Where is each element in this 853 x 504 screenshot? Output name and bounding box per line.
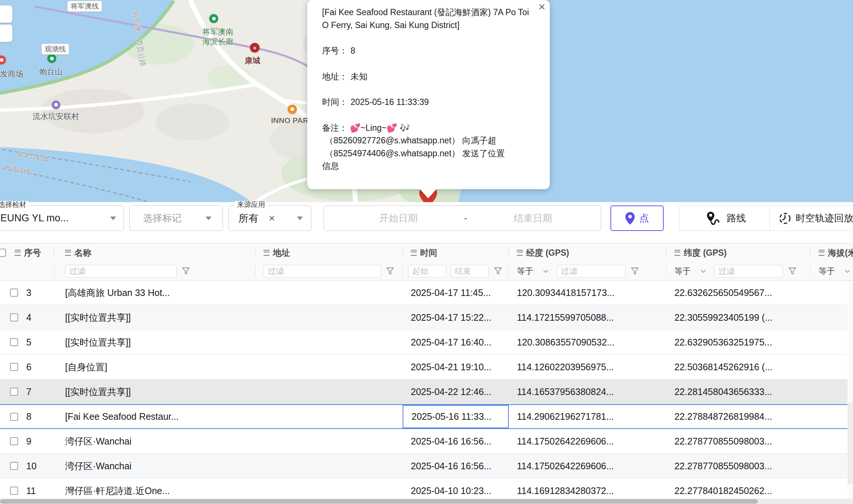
- funnel-icon[interactable]: [788, 267, 796, 275]
- header-name[interactable]: 名称: [54, 244, 255, 262]
- longitude-filter-input[interactable]: [557, 265, 626, 277]
- cell-longitude: 114.16537956380824...: [509, 379, 666, 404]
- cell-latitude: 22.278770855098003...: [666, 429, 810, 453]
- table-row[interactable]: 3 [高雄商旅 Urban 33 Hot... 2025-04-17 11:45…: [0, 280, 853, 305]
- table-row[interactable]: 7 [[实时位置共享]] 2025-04-22 12:46... 114.165…: [0, 379, 853, 404]
- header-seq[interactable]: 序号: [0, 244, 54, 262]
- latitude-filter-input[interactable]: [714, 265, 783, 277]
- date-range-picker[interactable]: -: [324, 205, 601, 231]
- cell-altitude: [810, 379, 853, 404]
- funnel-icon[interactable]: [631, 267, 639, 275]
- equals-operator[interactable]: 等于: [819, 266, 835, 277]
- table-row[interactable]: 9 湾仔区·Wanchai 2025-04-16 16:56... 114.17…: [0, 429, 853, 454]
- chevron-down-icon[interactable]: [543, 269, 549, 273]
- column-menu-icon[interactable]: [819, 250, 825, 256]
- column-menu-icon[interactable]: [674, 250, 680, 256]
- cell-altitude: [810, 454, 853, 478]
- row-checkbox[interactable]: [10, 289, 18, 297]
- cell-time: 2025-04-16 16:56...: [403, 454, 509, 478]
- source-app-select[interactable]: 来源应用 所有 ×: [229, 205, 311, 231]
- header-address[interactable]: 地址: [255, 244, 403, 262]
- table-row[interactable]: 8 [Fai Kee Seafood Restaur... 2025-05-16…: [0, 404, 853, 429]
- table-row[interactable]: 5 [[实时位置共享]] 2025-04-17 16:40... 120.308…: [0, 330, 853, 355]
- table-row[interactable]: 6 [自身位置] 2025-04-21 19:10... 114.1260220…: [0, 355, 853, 379]
- header-latitude[interactable]: 纬度 (GPS): [666, 244, 810, 262]
- select-all-checkbox[interactable]: [0, 249, 6, 257]
- row-seq: 5: [26, 337, 31, 348]
- clear-icon[interactable]: ×: [269, 212, 275, 224]
- heart-emoji: 💕: [350, 123, 361, 133]
- route-mode-button[interactable]: 路线: [679, 205, 772, 231]
- header-altitude[interactable]: 海拔(米): [810, 244, 853, 262]
- address-filter-input[interactable]: [264, 265, 381, 277]
- cell-address: [255, 280, 403, 305]
- row-checkbox[interactable]: [10, 413, 18, 421]
- column-menu-icon[interactable]: [517, 250, 523, 256]
- funnel-icon[interactable]: [494, 267, 502, 275]
- map-info-popup: × [Fai Kee Seafood Restaurant (發記海鮮酒家) 7…: [307, 0, 550, 189]
- row-checkbox[interactable]: [10, 363, 18, 371]
- name-filter-input[interactable]: [65, 265, 177, 277]
- popup-tail: [420, 189, 437, 198]
- cell-name: [[实时位置共享]]: [54, 305, 255, 330]
- end-date-input[interactable]: [467, 212, 599, 225]
- row-seq: 8: [26, 411, 31, 422]
- table-row[interactable]: 4 [[实时位置共享]] 2025-04-17 15:22... 114.172…: [0, 305, 853, 330]
- horizontal-scrollbar-thumb[interactable]: [0, 499, 758, 504]
- marker-select[interactable]: 选择标记: [129, 205, 223, 231]
- source-app-value: 所有: [238, 212, 258, 225]
- spacetime-playback-button[interactable]: 时空轨迹回放: [769, 205, 853, 231]
- chevron-down-icon[interactable]: [700, 269, 706, 273]
- point-mode-button[interactable]: 点: [610, 205, 664, 231]
- music-notes-emoji: 🎶: [397, 123, 410, 133]
- map-label-place: 炮台山: [39, 67, 62, 77]
- row-seq: 10: [26, 461, 37, 471]
- map-label-park: 将军澳南: [202, 27, 233, 37]
- header-time[interactable]: 时间: [403, 244, 509, 262]
- cell-latitude: 22.632905363251975...: [666, 330, 810, 354]
- cell-name: [Fai Kee Seafood Restaur...: [54, 405, 255, 428]
- cell-altitude: [810, 405, 853, 428]
- row-seq: 6: [26, 362, 31, 372]
- chevron-down-icon[interactable]: [844, 269, 850, 273]
- popup-field-seq: 序号：8: [322, 44, 536, 57]
- vertical-scrollbar-thumb[interactable]: [848, 402, 852, 484]
- start-date-input[interactable]: [333, 212, 464, 225]
- evidence-select[interactable]: 选择检材 EUNG YL mo...: [0, 205, 124, 231]
- table-row[interactable]: 10 湾仔区·Wanchai 2025-04-16 16:56... 114.1…: [0, 454, 853, 479]
- funnel-icon[interactable]: [182, 267, 190, 275]
- row-checkbox[interactable]: [10, 487, 18, 495]
- map-canvas[interactable]: × 将军澳线 观塘线 炮台山 发商场 流水坑安联村 将军澳南 海滨长廊 康城 I…: [0, 0, 853, 202]
- filter-toolbar: 选择检材 EUNG YL mo... 选择标记 来源应用 所有 × -: [0, 202, 853, 243]
- popup-remark-line: （85254974406@s.whatsapp.net） 发送了位置: [322, 147, 536, 160]
- equals-operator[interactable]: 等于: [517, 266, 533, 277]
- column-menu-icon[interactable]: [15, 250, 21, 256]
- column-menu-icon[interactable]: [65, 250, 71, 256]
- cell-time: 2025-04-17 15:22...: [403, 305, 509, 330]
- funnel-icon[interactable]: [386, 267, 394, 275]
- map-zoom-in-button[interactable]: [0, 5, 13, 23]
- row-checkbox[interactable]: [10, 437, 18, 445]
- cell-latitude: 22.281458043656333...: [666, 379, 810, 404]
- row-checkbox[interactable]: [10, 462, 18, 470]
- row-checkbox[interactable]: [10, 313, 18, 321]
- mall-poi-icon: [288, 105, 297, 114]
- chevron-down-icon: [206, 217, 211, 220]
- cell-name: 湾仔区·Wanchai: [54, 429, 255, 453]
- close-icon[interactable]: ×: [538, 0, 545, 13]
- row-checkbox[interactable]: [10, 388, 18, 396]
- cell-longitude: 114.17215599705088...: [509, 305, 666, 330]
- column-menu-icon[interactable]: [264, 250, 270, 256]
- filter-altitude: 等于: [810, 262, 853, 280]
- cell-address: [255, 379, 403, 404]
- cell-time: 2025-04-21 19:10...: [403, 355, 509, 379]
- header-longitude[interactable]: 经度 (GPS): [509, 244, 666, 262]
- row-checkbox[interactable]: [10, 338, 18, 346]
- cell-time: 2025-04-17 11:45...: [403, 280, 509, 305]
- equals-operator[interactable]: 等于: [674, 266, 691, 277]
- column-menu-icon[interactable]: [411, 250, 417, 256]
- time-start-filter-input[interactable]: [408, 265, 446, 277]
- map-zoom-out-button[interactable]: [0, 24, 13, 42]
- time-end-filter-input[interactable]: [451, 265, 489, 277]
- row-seq: 4: [26, 312, 31, 323]
